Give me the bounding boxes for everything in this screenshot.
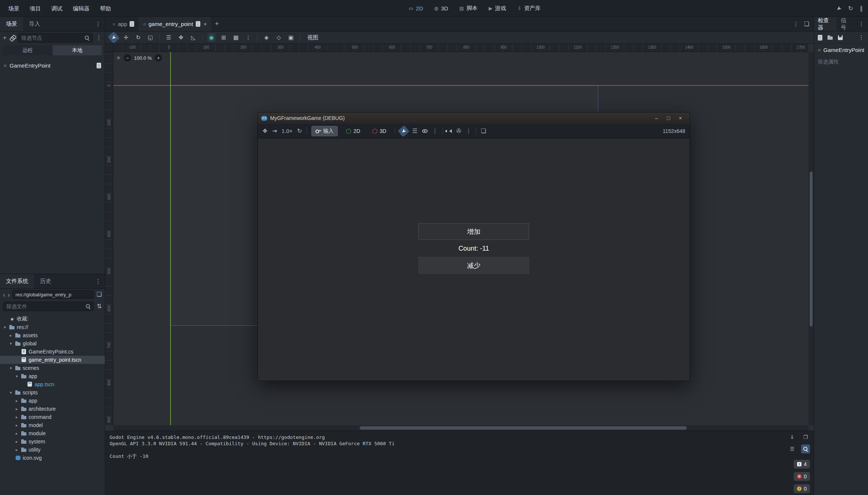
file-tree-item[interactable]: game_entry_point.tscn (0, 356, 105, 364)
tree-expand-arrow[interactable] (14, 439, 19, 444)
split-view-icon[interactable]: ❏ (97, 292, 102, 297)
file-tree-item[interactable]: icon.svg (0, 454, 105, 462)
inspector-options-icon[interactable]: ⋮ (858, 35, 864, 40)
log-search-icon[interactable] (801, 444, 810, 453)
scene-filter-input[interactable] (21, 35, 84, 41)
debugger-badge[interactable]: !4 (794, 460, 810, 469)
tab-inspector[interactable]: 检查器 (814, 17, 837, 31)
workspace-2d[interactable]: ▭ 2D (409, 5, 423, 12)
tree-expand-arrow[interactable] (8, 390, 13, 395)
mute-audio-icon[interactable] (447, 129, 452, 133)
view-menu[interactable]: 视图 (307, 34, 318, 41)
game-window-titlebar[interactable]: MyGFrameworkGame (DEBUG) – □ × (258, 113, 690, 124)
tree-expand-arrow[interactable] (8, 341, 13, 346)
tree-expand-arrow[interactable] (8, 366, 13, 371)
tree-expand-arrow[interactable] (14, 431, 19, 436)
maximize-button[interactable]: □ (663, 115, 674, 121)
node-list-icon[interactable]: ☰ (412, 128, 417, 134)
increase-button[interactable]: 增加 (418, 223, 529, 240)
pause-icon[interactable]: ∥ (860, 6, 863, 12)
close-window-button[interactable]: × (674, 115, 686, 121)
tree-expand-arrow[interactable] (8, 333, 13, 338)
file-tree-item[interactable]: command (0, 413, 105, 421)
tab-filesystem[interactable]: 文件系统 (0, 274, 34, 289)
sort-files-icon[interactable]: ⇅ (97, 303, 102, 309)
input-mode-button[interactable]: 输入 (311, 126, 338, 136)
add-node-icon[interactable]: + (3, 35, 6, 41)
tab-scene[interactable]: 场景 (0, 17, 23, 31)
tree-expand-arrow[interactable] (14, 447, 19, 452)
attached-script-icon[interactable] (97, 63, 101, 68)
copy-log-icon[interactable]: ❐ (801, 433, 810, 442)
snap-menu-icon[interactable]: ⋮ (244, 33, 252, 42)
horizontal-scrollbar-thumb[interactable] (360, 426, 687, 430)
select-tool-icon[interactable]: ➤ (108, 32, 120, 44)
scene-tree-root-node[interactable]: ○ GameEntryPoint (0, 61, 105, 70)
menu-debug[interactable]: 调试 (46, 0, 68, 17)
selection-options-icon[interactable]: ⋮ (432, 128, 438, 134)
file-tree-item[interactable]: global (0, 339, 105, 348)
current-path[interactable]: res://global/game_entry_p (12, 290, 94, 299)
camera-override-icon[interactable]: ✇ (456, 128, 461, 134)
scene-tab-app[interactable]: ○ app (108, 17, 139, 31)
file-tree-item[interactable]: app (0, 372, 105, 380)
save-resource-icon[interactable] (838, 35, 843, 40)
file-tree-item[interactable]: assets (0, 331, 105, 339)
snap-options-icon[interactable]: ▦ (232, 33, 240, 42)
vertical-scrollbar-thumb[interactable] (810, 172, 813, 326)
scene-dock-menu-icon[interactable]: ⋮ (91, 17, 105, 31)
speed-dropdown[interactable]: 1.0× (282, 128, 293, 134)
2d-mode-button[interactable]: ◯ 2D (342, 127, 364, 136)
group-icon[interactable]: ▣ (287, 33, 295, 42)
tree-expand-arrow[interactable] (14, 415, 19, 420)
zoom-level[interactable]: 100.0 % (134, 55, 152, 61)
game-select-tool-icon[interactable]: ➤ (398, 125, 409, 137)
new-scene-tab-button[interactable]: + (211, 17, 223, 31)
tree-expand-arrow[interactable] (14, 398, 19, 403)
tab-signals[interactable]: 信号 (837, 17, 855, 31)
file-tree-item[interactable]: res:// (0, 323, 105, 331)
forward-icon[interactable]: › (7, 291, 10, 298)
remote-button[interactable]: 远程 (3, 45, 52, 55)
horizontal-scrollbar[interactable] (113, 425, 809, 431)
file-tree-item[interactable]: model (0, 421, 105, 429)
pan-tool-icon[interactable]: ✥ (177, 33, 185, 42)
minimize-button[interactable]: – (651, 115, 663, 121)
expand-viewport-icon[interactable]: ❏ (804, 21, 809, 27)
file-tree-item[interactable]: utility (0, 446, 105, 454)
vertical-scrollbar[interactable] (809, 52, 814, 425)
file-tree-item[interactable]: scripts (0, 388, 105, 397)
lock-icon[interactable]: ◈ (262, 33, 271, 42)
menu-scene[interactable]: 场景 (3, 0, 25, 17)
inspected-node-row[interactable]: ○ GameEntryPoint (814, 44, 868, 56)
local-button[interactable]: 本地 (53, 45, 102, 55)
new-resource-icon[interactable] (818, 35, 822, 40)
camera-options-icon[interactable]: ⋮ (466, 128, 472, 134)
restart-icon[interactable]: ↻ (848, 6, 853, 12)
menu-help[interactable]: 帮助 (95, 0, 116, 17)
list-select-tool-icon[interactable]: ☰ (165, 33, 173, 42)
property-filter[interactable]: 筛选属性 (814, 56, 868, 68)
zoom-out-button[interactable]: − (124, 54, 131, 62)
file-tree-item[interactable]: app (0, 397, 105, 405)
load-resource-icon[interactable] (827, 35, 833, 40)
tab-import[interactable]: 导入 (23, 17, 46, 31)
file-tree-item[interactable]: architecture (0, 405, 105, 413)
filesystem-menu-icon[interactable]: ⋮ (91, 274, 105, 289)
tree-expand-arrow[interactable] (2, 325, 7, 330)
scene-tree-menu-icon[interactable]: ⋮ (96, 35, 102, 41)
workspace-3d[interactable]: ◍ 3D (434, 5, 448, 12)
tree-expand-arrow[interactable] (14, 423, 19, 428)
warnings-badge[interactable]: !0 (794, 484, 810, 493)
file-tree-item[interactable]: scenes (0, 364, 105, 372)
scene-tab-list-icon[interactable]: ⋮ (793, 21, 799, 27)
grid-snap-icon[interactable]: ⊞ (220, 33, 228, 42)
next-frame-icon[interactable]: ⇥ (272, 128, 277, 134)
move-tool-icon[interactable]: ✛ (122, 33, 130, 42)
workspace-script[interactable]: ▤ 脚本 (459, 5, 477, 12)
close-tab-icon[interactable]: × (204, 21, 207, 27)
suspend-input-icon[interactable]: ➤ (835, 4, 843, 12)
errors-badge[interactable]: ×0 (794, 472, 810, 481)
back-icon[interactable]: ‹ (3, 291, 5, 298)
unlock-icon[interactable]: ◇ (275, 33, 283, 42)
